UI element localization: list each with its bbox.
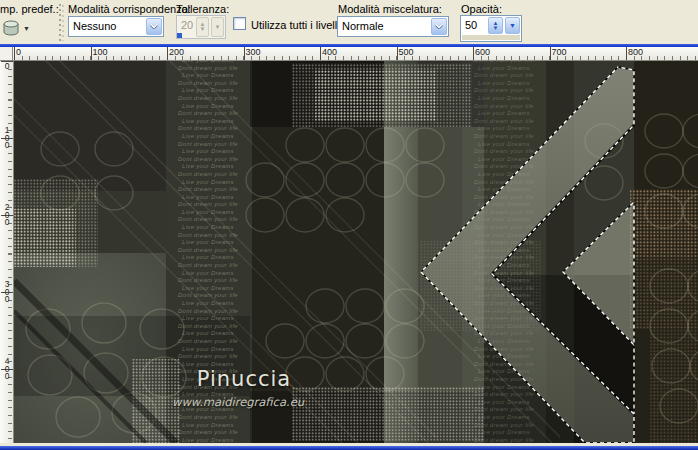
ruler-label: 2 0 0 bbox=[2, 204, 12, 227]
chevron-down-icon: ▼ bbox=[211, 17, 224, 37]
horizontal-ruler: 0100200300400500600700800 bbox=[13, 47, 698, 61]
ruler-label: 200 bbox=[169, 47, 184, 57]
ruler-label: 600 bbox=[475, 47, 490, 57]
blend-mode-label: Modalità miscelatura: bbox=[338, 3, 442, 15]
presets-label: mp. predef.: bbox=[0, 3, 59, 15]
spin-arrows-icon: ▲▼ bbox=[196, 17, 209, 37]
ruler-tick bbox=[550, 47, 551, 60]
opacity-meter bbox=[462, 35, 520, 40]
ruler-tick bbox=[397, 47, 398, 60]
chevron-down-icon[interactable]: ▼ bbox=[505, 17, 520, 34]
ruler-label: 3 0 0 bbox=[2, 281, 12, 304]
match-mode-label: Modalità corrispondenza: bbox=[68, 3, 191, 15]
ruler-label: 4 0 0 bbox=[2, 358, 12, 381]
tolerance-spinner: 20 ▲▼ ▼ bbox=[176, 15, 226, 39]
vertical-ruler: 01 0 02 0 03 0 04 0 0 bbox=[0, 61, 14, 443]
blend-mode-dropdown[interactable]: Normale bbox=[337, 16, 449, 37]
ruler-tick bbox=[91, 47, 92, 60]
ruler-label: 500 bbox=[399, 47, 414, 57]
presets-button[interactable]: ▼ bbox=[2, 16, 36, 40]
tool-options-toolbar: mp. predef.: ▼ Modalità corrispondenza: … bbox=[0, 0, 698, 44]
ruler-tick bbox=[626, 47, 627, 60]
app-window: mp. predef.: ▼ Modalità corrispondenza: … bbox=[0, 0, 698, 450]
canvas[interactable]: Live your Dreams Dont dream your life Li… bbox=[14, 61, 698, 443]
all-layers-label: Utilizza tutti i livelli bbox=[251, 19, 340, 31]
ruler-tick bbox=[244, 47, 245, 60]
opacity-spinner[interactable]: 50 ▲▼ ▼ bbox=[460, 15, 522, 42]
ruler-corner bbox=[0, 47, 13, 61]
ruler-tick bbox=[14, 47, 15, 60]
window-border-bottom bbox=[0, 446, 698, 450]
opacity-label: Opacità: bbox=[461, 3, 502, 15]
tolerance-label: Tolleranza: bbox=[176, 3, 229, 15]
match-mode-dropdown[interactable]: Nessuno bbox=[68, 16, 164, 37]
ruler-label: 800 bbox=[628, 47, 643, 57]
ruler-label: 100 bbox=[93, 47, 108, 57]
blend-mode-value: Normale bbox=[338, 17, 430, 36]
spin-arrows-icon[interactable]: ▲▼ bbox=[488, 17, 503, 34]
chevron-down-icon[interactable] bbox=[146, 18, 162, 35]
chevron-down-icon: ▼ bbox=[23, 25, 30, 32]
preset-indicator bbox=[177, 33, 182, 38]
chevron-down-icon[interactable] bbox=[431, 18, 447, 35]
selection-chevron bbox=[14, 61, 698, 443]
ruler-tick bbox=[473, 47, 474, 60]
ruler-label: 700 bbox=[552, 47, 567, 57]
ruler-label: 300 bbox=[246, 47, 261, 57]
ruler-tick bbox=[320, 47, 321, 60]
ruler-label: 400 bbox=[322, 47, 337, 57]
ruler-label: 0 bbox=[2, 63, 12, 71]
ruler-label: 1 0 0 bbox=[2, 127, 12, 150]
ruler-label: 0 bbox=[16, 47, 21, 57]
ruler-tick bbox=[167, 47, 168, 60]
opacity-value[interactable]: 50 bbox=[461, 16, 487, 35]
all-layers-checkbox[interactable] bbox=[233, 17, 246, 30]
match-mode-value: Nessuno bbox=[69, 17, 145, 36]
toolbar-grip[interactable] bbox=[58, 3, 65, 41]
preset-cylinder-icon bbox=[2, 20, 20, 37]
